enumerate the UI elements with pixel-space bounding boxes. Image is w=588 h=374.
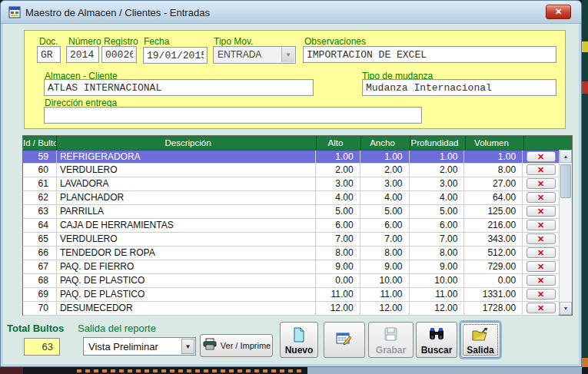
column-header-profundidad[interactable]: Profundidad	[410, 136, 466, 150]
table-row[interactable]: 60VERDULERO2.002.002.008.00✕	[23, 164, 559, 177]
cell-id-bulto: 68	[23, 274, 57, 287]
cell-actions: ✕	[523, 274, 559, 287]
salida-button[interactable]: Salida	[460, 322, 500, 358]
delete-row-button[interactable]: ✕	[527, 303, 556, 313]
cell-alto: 3.00	[316, 177, 360, 190]
table-row[interactable]: 61LAVADORA3.003.003.0027.00✕	[23, 177, 559, 191]
scroll-down-icon[interactable]: ▼	[560, 302, 572, 315]
cell-volumen: 1.00	[464, 151, 523, 163]
table-row[interactable]: 69PAQ. DE PLASTICO11.0011.0011.001331.00…	[23, 288, 559, 302]
cell-id-bulto: 64	[23, 219, 57, 232]
cell-ancho: 2.00	[360, 164, 410, 177]
cell-ancho: 5.00	[360, 205, 410, 218]
table-row[interactable]: 65VERDULERO7.007.007.00343.00✕	[23, 233, 559, 247]
cell-ancho: 6.00	[360, 219, 410, 232]
cell-alto: 1.00	[316, 151, 360, 163]
cell-volumen: 64.00	[464, 191, 523, 204]
cell-actions: ✕	[523, 205, 559, 218]
cell-id-bulto: 61	[23, 177, 57, 190]
cell-descripcion: TENDEDOR DE ROPA	[57, 247, 316, 260]
delete-row-button[interactable]: ✕	[527, 275, 556, 286]
reporte-select[interactable]: Vista Preliminar ▼	[83, 337, 196, 356]
scroll-up-icon[interactable]: ▲	[560, 150, 572, 163]
delete-x-icon: ✕	[537, 179, 544, 188]
table-row[interactable]: 59REFRIGERADORA1.001.001.001.00✕	[23, 150, 559, 164]
cell-actions: ✕	[523, 233, 559, 246]
delete-row-button[interactable]: ✕	[527, 178, 556, 189]
table-row[interactable]: 62PLANCHADOR4.004.004.0064.00✕	[23, 191, 559, 205]
delete-row-button[interactable]: ✕	[527, 220, 556, 230]
cell-volumen: 512.00	[464, 247, 523, 260]
column-header-ancho[interactable]: Ancho	[361, 136, 410, 150]
table-row[interactable]: 67PAQ. DE FIERRO9.009.009.00729.00✕	[23, 260, 559, 274]
fecha-field[interactable]	[143, 47, 208, 64]
binoculars-icon	[417, 327, 457, 344]
table-row[interactable]: 63PARRILLA5.005.005.00125.00✕	[23, 205, 559, 219]
buscar-button[interactable]: Buscar	[416, 322, 457, 358]
cell-ancho: 9.00	[360, 260, 410, 273]
tipo-mudanza-field[interactable]	[362, 79, 556, 96]
ver-imprime-label: Ver / Imprime	[221, 341, 271, 350]
salida-label: Salida	[461, 345, 500, 356]
tipo-mov-select[interactable]: ENTRADA ▼	[213, 46, 296, 64]
editar-button[interactable]	[324, 322, 365, 358]
cell-alto: 12.00	[316, 302, 360, 315]
salida-reporte-label: Salida del reporte	[78, 323, 156, 334]
cell-id-bulto: 66	[23, 247, 57, 260]
cell-profundidad: 3.00	[410, 177, 465, 190]
cell-ancho: 4.00	[360, 191, 410, 204]
cell-ancho: 3.00	[360, 177, 410, 190]
ver-imprime-button[interactable]: Ver / Imprime	[200, 334, 273, 357]
delete-x-icon: ✕	[537, 303, 544, 313]
printer-icon	[202, 338, 218, 353]
title-bar[interactable]: Maestro de Almacen / Clientes - Entradas…	[1, 1, 581, 24]
delete-row-button[interactable]: ✕	[527, 261, 556, 272]
almacen-cliente-field[interactable]	[44, 79, 314, 96]
desktop-background: Maestro de Almacen / Clientes - Entradas…	[0, 0, 588, 374]
grid-scrollbar[interactable]: ▲ ▼	[559, 150, 572, 315]
delete-row-button[interactable]: ✕	[527, 233, 556, 244]
cell-actions: ✕	[523, 191, 559, 204]
nuevo-button[interactable]: Nuevo	[280, 322, 318, 358]
cell-volumen: 729.00	[464, 260, 523, 273]
cell-ancho: 1.00	[360, 151, 410, 163]
column-header-id[interactable]: Id / Bulto	[23, 136, 57, 150]
table-row[interactable]: 64CAJA DE HERRAMIENTAS6.006.006.00216.00…	[23, 219, 559, 233]
column-header-volumen[interactable]: Volumen	[466, 136, 524, 150]
cell-descripcion: DESUMECEDOR	[57, 302, 316, 315]
delete-row-button[interactable]: ✕	[527, 164, 556, 175]
column-header-alto[interactable]: Alto	[317, 136, 361, 150]
doc-label: Doc.	[39, 36, 58, 47]
cell-profundidad: 11.00	[410, 288, 465, 301]
delete-row-button[interactable]: ✕	[527, 247, 556, 258]
cell-profundidad: 7.00	[410, 233, 465, 246]
cell-actions: ✕	[523, 177, 559, 190]
cell-descripcion: PAQ. DE PLASTICO	[57, 274, 316, 287]
column-header-descripcion[interactable]: Descripción	[57, 136, 317, 150]
cell-alto: 4.00	[316, 191, 360, 204]
doc-field[interactable]	[37, 46, 61, 63]
delete-row-button[interactable]: ✕	[527, 192, 556, 203]
delete-row-button[interactable]: ✕	[527, 289, 556, 300]
delete-row-button[interactable]: ✕	[527, 206, 556, 217]
cell-ancho: 7.00	[360, 233, 410, 246]
delete-x-icon: ✕	[537, 193, 544, 202]
direccion-entrega-field[interactable]	[44, 107, 422, 124]
table-row[interactable]: 66TENDEDOR DE ROPA8.008.008.00512.00✕	[23, 247, 559, 260]
grabar-button[interactable]: Grabar	[368, 322, 414, 358]
registro-year-field[interactable]	[66, 46, 99, 63]
grid-header-row: Id / Bulto Descripción Alto Ancho Profun…	[23, 136, 572, 150]
items-grid: Id / Bulto Descripción Alto Ancho Profun…	[22, 135, 573, 316]
cell-actions: ✕	[523, 164, 559, 177]
observaciones-field[interactable]	[303, 46, 556, 63]
close-button[interactable]: ✕	[546, 5, 571, 19]
delete-row-button[interactable]: ✕	[527, 151, 556, 162]
nuevo-label: Nuevo	[281, 345, 317, 356]
new-document-icon	[281, 327, 317, 344]
registro-number-field[interactable]	[101, 46, 137, 63]
cell-volumen: 216.00	[464, 219, 523, 232]
table-row[interactable]: 70DESUMECEDOR12.0012.0012.001728.00✕	[23, 302, 559, 316]
table-row[interactable]: 68PAQ. DE PLASTICO0.0010.0010.000.00✕	[23, 274, 559, 288]
cell-descripcion: PLANCHADOR	[57, 191, 316, 204]
scrollbar-thumb[interactable]	[560, 164, 571, 198]
